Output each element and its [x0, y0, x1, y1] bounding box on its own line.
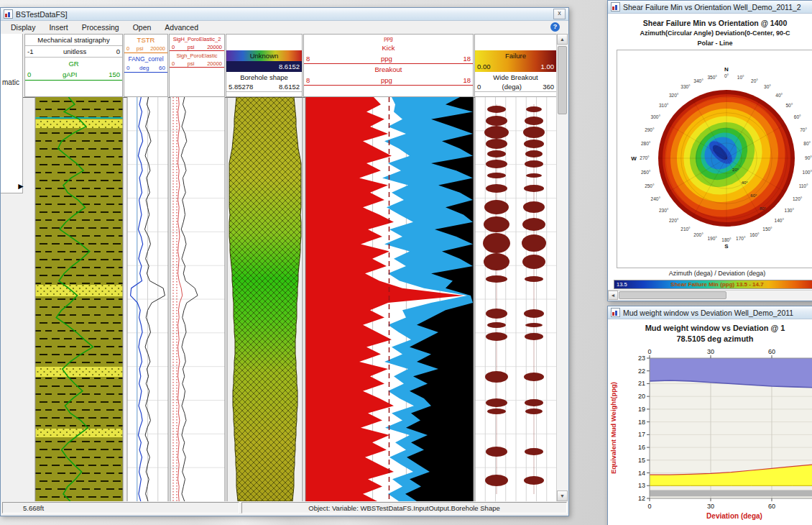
mud-weight-chart[interactable]: 0306003060232221201918171615141312Equiva…: [608, 348, 812, 525]
track-header-row: Mechanical stratigraphy -1 unitless 0 GR…: [1, 34, 558, 98]
plot-title: Shear Failure Min vs Orientation @ 1400: [608, 19, 812, 27]
svg-text:0: 0: [647, 503, 651, 510]
window-titlebar[interactable]: Mud weight window vs Deviation Well_Demo…: [608, 306, 812, 319]
status-object: Object: Variable: WBSTestDataFS.InputOut…: [241, 502, 567, 513]
menu-item-advanced[interactable]: Advanced: [165, 23, 198, 32]
track-header-tstr-fang[interactable]: TSTR 0 psi 20000 FANG_correl 0 deg 60: [124, 34, 168, 97]
svg-text:140°: 140°: [775, 218, 785, 223]
svg-text:21: 21: [638, 380, 645, 387]
svg-text:20°: 20°: [751, 78, 758, 83]
svg-text:290°: 290°: [645, 127, 655, 132]
track-header-mechanical-stratigraphy[interactable]: Mechanical stratigraphy -1 unitless 0 GR…: [24, 34, 123, 97]
menu-item-open[interactable]: Open: [133, 23, 152, 32]
svg-text:200°: 200°: [693, 232, 703, 237]
scrollbar-thumb[interactable]: [619, 291, 726, 299]
curve-name-sigh2: SigH_PoroElastic_2: [173, 36, 221, 42]
scroll-left-icon[interactable]: ◄: [608, 291, 618, 300]
svg-text:0°: 0°: [724, 73, 729, 78]
svg-text:340°: 340°: [693, 78, 703, 83]
svg-text:180°: 180°: [721, 237, 732, 242]
svg-text:13: 13: [638, 482, 645, 489]
svg-text:320°: 320°: [669, 93, 679, 98]
colormap-name: Unknown: [250, 52, 279, 60]
scroll-down-icon[interactable]: ▼: [557, 490, 568, 501]
svg-text:60: 60: [768, 348, 775, 355]
colormap-name: Failure: [505, 52, 526, 60]
menubar: Display Insert Processing Open Advanced …: [1, 21, 568, 35]
polar-horizontal-scrollbar[interactable]: ◄ ►: [608, 290, 812, 301]
svg-text:80°: 80°: [803, 141, 811, 146]
svg-text:22: 22: [638, 368, 645, 375]
track-header-kick-breakout[interactable]: ppg Kick 8 ppg 18 Breakout 8 ppg 18: [303, 34, 474, 97]
track-header-wide-breakout[interactable]: Failure 0.00 1.00 Wide Breakout 0 (dega)…: [474, 34, 557, 97]
scroll-up-icon[interactable]: ▲: [557, 34, 568, 45]
shear-failure-polar-window: Shear Failure Min vs Orientation Well_De…: [607, 0, 812, 301]
app-icon: [4, 9, 13, 19]
status-depth: 5.668ft: [2, 502, 239, 513]
desktop: BSTestDataFS] x Display Insert Processin…: [0, 0, 812, 525]
svg-text:240°: 240°: [651, 196, 661, 201]
svg-text:160°: 160°: [749, 232, 760, 237]
track-title: Mechanical stratigraphy: [37, 36, 109, 44]
svg-text:14: 14: [638, 470, 645, 477]
close-icon[interactable]: x: [553, 9, 566, 19]
help-icon[interactable]: ?: [550, 22, 560, 32]
svg-text:250°: 250°: [645, 183, 655, 188]
well-log-window: BSTestDataFS] x Display Insert Processin…: [0, 7, 569, 516]
polar-axis-label: Azimuth (dega) / Deviation (dega): [617, 270, 812, 277]
track-header-borehole-shape[interactable]: Unknown 8.6152 Borehole shape 5.85278 8.…: [226, 34, 303, 97]
curve-name-tstr: TSTR: [137, 36, 155, 44]
svg-text:0: 0: [647, 348, 651, 355]
svg-text:W: W: [631, 155, 637, 162]
window-titlebar[interactable]: Shear Failure Min vs Orientation Well_De…: [608, 1, 812, 14]
track-title: Wide Breakout: [493, 73, 538, 81]
stratigraphy-label: matic: [2, 78, 19, 86]
menu-item-display[interactable]: Display: [11, 23, 35, 32]
plot-mode-label: Polar - Line: [608, 40, 812, 47]
svg-text:230°: 230°: [659, 208, 669, 213]
polar-plot-box: 0°10°20°30°40°50°60°70°80°90°100°110°120…: [617, 50, 812, 268]
svg-text:30: 30: [707, 348, 714, 355]
svg-text:270°: 270°: [640, 155, 650, 160]
svg-text:210°: 210°: [680, 227, 691, 232]
svg-text:10°: 10°: [737, 75, 744, 80]
window-title: Shear Failure Min vs Orientation Well_De…: [623, 3, 801, 12]
svg-text:100°: 100°: [803, 170, 812, 175]
svg-text:170°: 170°: [736, 236, 746, 241]
menu-item-insert[interactable]: Insert: [49, 23, 68, 32]
svg-text:310°: 310°: [659, 103, 669, 108]
svg-text:20: 20: [638, 393, 645, 400]
polar-plot[interactable]: 0°10°20°30°40°50°60°70°80°90°100°110°120…: [617, 50, 812, 266]
svg-text:120°: 120°: [793, 196, 803, 201]
plot-title: Mud weight window vs Deviation @ 1: [608, 324, 812, 332]
curve-name-kick: Kick: [382, 44, 395, 52]
scrollbar-thumb[interactable]: [558, 46, 567, 114]
svg-text:30: 30: [707, 503, 714, 510]
svg-text:40°: 40°: [742, 181, 749, 185]
status-bar: 5.668ft Object: Variable: WBSTestDataFS.…: [1, 501, 568, 514]
svg-text:130°: 130°: [785, 208, 795, 213]
log-tracks-display[interactable]: [1, 97, 558, 501]
log-vertical-scrollbar[interactable]: ▲ ▼: [556, 34, 568, 501]
svg-text:190°: 190°: [707, 236, 717, 241]
svg-text:110°: 110°: [799, 183, 808, 188]
svg-text:330°: 330°: [680, 84, 691, 89]
svg-text:350°: 350°: [707, 75, 717, 80]
svg-text:16: 16: [638, 444, 645, 451]
svg-text:50°: 50°: [785, 103, 793, 108]
svg-text:60°: 60°: [750, 193, 757, 198]
svg-text:19: 19: [638, 406, 645, 413]
curve-name-sigh: Sigh_PoroElastic: [176, 52, 217, 59]
track-header-sigh[interactable]: SigH_PoroElastic_2 0 psi 20000 Sigh_Poro…: [169, 34, 225, 97]
menu-item-processing[interactable]: Processing: [82, 23, 119, 32]
track-title: Borehole shape: [240, 73, 288, 81]
colormap-max-value: 8.6152: [279, 63, 300, 70]
svg-text:90°: 90°: [805, 155, 812, 160]
svg-text:N: N: [724, 66, 729, 73]
svg-text:260°: 260°: [641, 170, 651, 175]
svg-text:20°: 20°: [732, 168, 739, 172]
svg-text:23: 23: [638, 355, 645, 362]
svg-text:80°: 80°: [760, 206, 767, 211]
plot-subtitle: 78.5105 deg azimuth: [608, 334, 812, 343]
window-titlebar[interactable]: BSTestDataFS] x: [1, 8, 568, 21]
